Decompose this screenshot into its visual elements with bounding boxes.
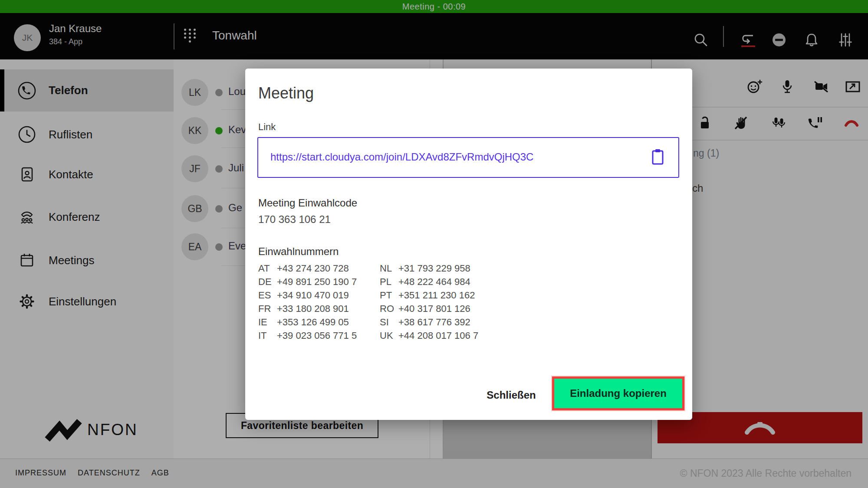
meeting-link-input[interactable] — [270, 138, 644, 176]
meeting-dialog: Meeting Link Meeting Einwahlcode 170 363… — [245, 69, 692, 420]
close-dialog-button[interactable]: Schließen — [483, 385, 539, 405]
dialin-number-row: IE+353 126 499 05 — [258, 317, 357, 330]
dialog-title: Meeting — [258, 84, 314, 102]
dialin-number-row: SI+38 617 776 392 — [380, 317, 478, 330]
dialin-code-label: Meeting Einwahlcode — [258, 197, 357, 209]
copy-link-icon[interactable] — [651, 148, 665, 166]
dialin-numbers-column-1: AT+43 274 230 728 DE+49 891 250 190 7 ES… — [258, 263, 357, 344]
dialin-number-row: FR+33 180 208 901 — [258, 303, 357, 317]
dialin-numbers-label: Einwahlnummern — [258, 246, 339, 258]
dialin-number-row: DE+49 891 250 190 7 — [258, 276, 357, 290]
dialin-number-row: PL+48 222 464 984 — [380, 276, 478, 290]
dialin-number-row: ES+34 910 470 019 — [258, 290, 357, 303]
dialin-number-row: IT+39 023 056 771 5 — [258, 330, 357, 344]
dialin-numbers-column-2: NL+31 793 229 958 PL+48 222 464 984 PT+3… — [380, 263, 478, 344]
dialin-number-row: NL+31 793 229 958 — [380, 263, 478, 276]
copy-invitation-button[interactable]: Einladung kopieren — [552, 377, 684, 410]
cloudya-app: Meeting - 00:09 JK Jan Krause 384 - App … — [0, 0, 868, 488]
link-label: Link — [258, 121, 276, 133]
dialin-number-row: AT+43 274 230 728 — [258, 263, 357, 276]
meeting-link-field — [257, 137, 679, 178]
dialin-code-value: 170 363 106 21 — [258, 213, 331, 226]
dialin-number-row: UK+44 208 017 106 7 — [380, 330, 478, 344]
dialin-number-row: PT+351 211 230 162 — [380, 290, 478, 303]
dialin-number-row: RO+40 317 801 126 — [380, 303, 478, 317]
